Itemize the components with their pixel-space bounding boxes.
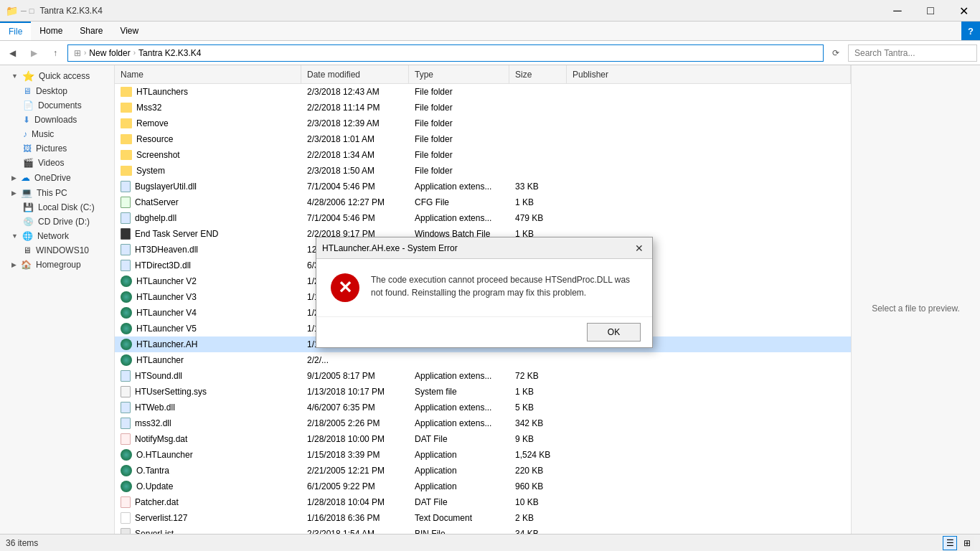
sidebar-label-local-disk: Local Disk (C:) [38, 202, 95, 212]
back-button[interactable]: ◀ [3, 44, 22, 62]
file-type: Application extens... [409, 402, 509, 413]
forward-button[interactable]: ▶ [24, 44, 43, 62]
file-date: 2/2/2018 11:14 PM [301, 103, 409, 113]
ok-button[interactable]: OK [587, 323, 641, 342]
sidebar: ▼ ⭐ Quick access 🖥 Desktop 📄 Documents ⬇… [0, 65, 115, 551]
file-name: HTLauncher V4 [115, 307, 301, 319]
app-icon: 📁 [6, 5, 18, 17]
tab-home[interactable]: Home [31, 22, 71, 40]
file-date: 2/3/2018 1:01 AM [301, 134, 409, 144]
table-row[interactable]: HTSound.dll 9/1/2005 8:17 PM Application… [115, 368, 851, 384]
sidebar-item-network[interactable]: ▼ 🌐 Network [0, 229, 114, 243]
table-row[interactable]: HTWeb.dll 4/6/2007 6:35 PM Application e… [115, 400, 851, 415]
file-name: O.HTLauncher [115, 449, 301, 461]
bat-icon [121, 228, 131, 240]
sidebar-item-windows10[interactable]: 🖥 WINDOWS10 [0, 243, 114, 258]
sidebar-item-downloads[interactable]: ⬇ Downloads [0, 113, 114, 127]
col-header-publisher[interactable]: Publisher [567, 65, 851, 83]
tab-share[interactable]: Share [71, 22, 111, 40]
table-row[interactable]: Remove 2/3/2018 12:39 AM File folder [115, 116, 851, 131]
file-size: 342 KB [509, 418, 567, 428]
help-button[interactable]: ? [961, 22, 980, 40]
downloads-icon: ⬇ [23, 115, 30, 125]
dialog-close-button[interactable]: ✕ [632, 241, 646, 255]
sidebar-item-cd-drive[interactable]: 💿 CD Drive (D:) [0, 215, 114, 229]
col-header-type[interactable]: Type [409, 65, 509, 83]
status-bar: 36 items ☰ ⊞ [0, 534, 980, 551]
table-row[interactable]: O.HTLauncher 1/15/2018 3:39 PM Applicati… [115, 447, 851, 463]
sidebar-item-this-pc[interactable]: ▶ 💻 This PC [0, 185, 114, 200]
tab-view[interactable]: View [111, 22, 147, 40]
table-row[interactable]: O.Update 6/1/2005 9:22 PM Application 96… [115, 479, 851, 494]
file-size: 33 KB [509, 182, 567, 192]
file-name: HTSound.dll [115, 370, 301, 382]
quick-access-icon: ⭐ [22, 70, 34, 82]
table-row[interactable]: HTLaunchers 2/3/2018 12:43 AM File folde… [115, 84, 851, 100]
file-date: 2/3/2018 12:39 AM [301, 118, 409, 128]
sidebar-item-local-disk[interactable]: 💾 Local Disk (C:) [0, 200, 114, 215]
breadcrumb-tantra[interactable]: Tantra K2.K3.K4 [138, 48, 201, 58]
col-header-size[interactable]: Size [509, 65, 567, 83]
table-row[interactable]: Resource 2/3/2018 1:01 AM File folder [115, 131, 851, 147]
file-type: Application extens... [409, 182, 509, 192]
sidebar-item-desktop[interactable]: 🖥 Desktop [0, 84, 114, 98]
sidebar-label-cd-drive: CD Drive (D:) [38, 217, 90, 227]
desktop-icon: 🖥 [23, 86, 32, 96]
table-row[interactable]: Screenshot 2/2/2018 1:34 AM File folder [115, 147, 851, 163]
table-row[interactable]: HTUserSetting.sys 1/13/2018 10:17 PM Sys… [115, 384, 851, 400]
exe-icon [121, 291, 132, 303]
dat-icon [121, 433, 131, 445]
sidebar-label-downloads: Downloads [34, 115, 77, 125]
table-row[interactable]: System 2/3/2018 1:50 AM File folder [115, 163, 851, 179]
sidebar-item-music[interactable]: ♪ Music [0, 127, 114, 141]
sidebar-item-documents[interactable]: 📄 Documents [0, 98, 114, 113]
table-row[interactable]: BugslayerUtil.dll 7/1/2004 5:46 PM Appli… [115, 179, 851, 194]
details-view-button[interactable]: ☰ [943, 536, 957, 550]
sidebar-item-pictures[interactable]: 🖼 Pictures [0, 141, 114, 156]
folder-icon [121, 87, 132, 97]
sidebar-label-onedrive: OneDrive [34, 173, 71, 183]
table-row[interactable]: HTLauncher 2/2/... [115, 352, 851, 368]
col-header-date[interactable]: Date modified [301, 65, 409, 83]
breadcrumb-icon: ⊞ [74, 48, 81, 58]
file-type: CFG File [409, 197, 509, 207]
onedrive-icon: ☁ [21, 172, 30, 183]
up-button[interactable]: ↑ [46, 44, 65, 62]
table-row[interactable]: ChatServer 4/28/2006 12:27 PM CFG File 1… [115, 194, 851, 210]
sidebar-item-quick-access[interactable]: ▼ ⭐ Quick access [0, 68, 114, 84]
large-icons-view-button[interactable]: ⊞ [960, 536, 974, 550]
table-row[interactable]: Patcher.dat 1/28/2018 10:04 PM DAT File … [115, 494, 851, 510]
sidebar-label-desktop: Desktop [36, 86, 67, 96]
sidebar-item-homegroup[interactable]: ▶ 🏠 Homegroup [0, 258, 114, 272]
sidebar-item-onedrive[interactable]: ▶ ☁ OneDrive [0, 170, 114, 185]
table-row[interactable]: Serverlist.127 1/16/2018 6:36 PM Text Do… [115, 510, 851, 526]
table-row[interactable]: O.Tantra 2/21/2005 12:21 PM Application … [115, 463, 851, 479]
folder-icon [121, 134, 132, 144]
file-date: 2/3/2018 12:43 AM [301, 87, 409, 97]
music-icon: ♪ [23, 129, 27, 139]
sidebar-item-videos[interactable]: 🎬 Videos [0, 156, 114, 170]
table-row[interactable]: Mss32 2/2/2018 11:14 PM File folder [115, 100, 851, 116]
search-input[interactable] [848, 44, 977, 62]
sidebar-label-network: Network [37, 231, 69, 241]
breadcrumb-new-folder[interactable]: New folder [89, 48, 130, 58]
table-row[interactable]: mss32.dll 2/18/2005 2:26 PM Application … [115, 415, 851, 431]
dll-icon [121, 244, 131, 255]
window-title: Tantra K2.K3.K4 [39, 6, 974, 16]
address-path[interactable]: ⊞ › New folder › Tantra K2.K3.K4 [67, 44, 824, 62]
txt-icon [121, 512, 131, 524]
maximize-button[interactable]: □ [914, 0, 947, 22]
minimize-button[interactable]: ─ [881, 0, 914, 22]
file-date: 7/1/2004 5:46 PM [301, 182, 409, 192]
file-type: Application extens... [409, 418, 509, 428]
file-size: 1 KB [509, 197, 567, 207]
col-header-name[interactable]: Name [115, 65, 301, 83]
file-type: Application [409, 466, 509, 476]
close-button[interactable]: ✕ [947, 0, 980, 22]
file-type: Application extens... [409, 371, 509, 381]
sys-icon [121, 386, 131, 397]
refresh-button[interactable]: ⟳ [826, 44, 845, 62]
table-row[interactable]: dbghelp.dll 7/1/2004 5:46 PM Application… [115, 210, 851, 226]
tab-file[interactable]: File [0, 22, 31, 40]
table-row[interactable]: NotifyMsg.dat 1/28/2018 10:00 PM DAT Fil… [115, 431, 851, 447]
